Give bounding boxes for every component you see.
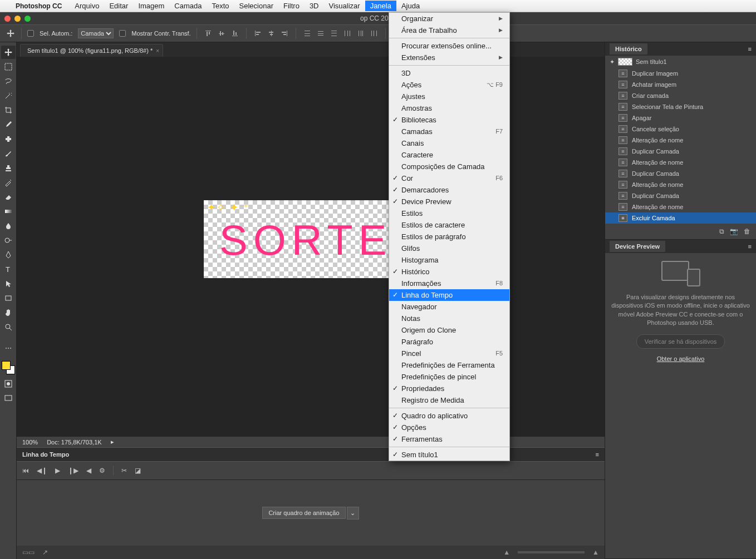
align-hcenter-icon[interactable] (266, 28, 277, 39)
menu-arquivo[interactable]: Arquivo (70, 1, 104, 11)
menu-janela[interactable]: Janela (365, 1, 396, 11)
create-animation-dropdown[interactable]: ⌄ (347, 507, 359, 520)
menu-filtro[interactable]: Filtro (278, 1, 305, 11)
history-state[interactable]: ≡Alteração de nome (605, 179, 756, 190)
menu-item[interactable]: Opções (389, 422, 509, 433)
dodge-tool[interactable] (1, 234, 16, 247)
menu-item[interactable]: CamadasF7 (389, 126, 509, 137)
menu-item[interactable]: Device Preview (389, 196, 509, 207)
first-frame-icon[interactable]: ⏮ (22, 467, 29, 474)
menu-item[interactable]: Composições de Camada (389, 161, 509, 172)
menu-item[interactable]: 3D (389, 67, 509, 79)
menu-item[interactable]: Registro de Medida (389, 394, 509, 406)
path-select-tool[interactable] (1, 277, 16, 290)
menu-texto[interactable]: Texto (207, 1, 234, 11)
screenmode-button[interactable] (1, 392, 16, 405)
menu-item[interactable]: Ações⌥ F9 (389, 79, 509, 91)
canvas-viewport[interactable]: ✦✧ ✦ ⁺ SORTEIO! (17, 57, 605, 436)
trash-icon[interactable]: 🗑 (744, 227, 750, 235)
menu-item[interactable]: Área de Trabalho (389, 24, 509, 36)
menu-item[interactable]: Canais (389, 137, 509, 149)
auto-select-dropdown[interactable]: Camada (78, 28, 114, 38)
distribute-vcenter-icon[interactable] (315, 28, 326, 39)
history-state[interactable]: ≡Alteração de nome (605, 201, 756, 212)
auto-select-checkbox[interactable] (27, 30, 34, 37)
color-swatches[interactable] (1, 360, 16, 376)
history-state[interactable]: ≡Apagar (605, 112, 756, 123)
distribute-top-icon[interactable] (302, 28, 313, 39)
magic-wand-tool[interactable] (1, 89, 16, 102)
transition-icon[interactable]: ◪ (135, 467, 141, 474)
menu-item[interactable]: Bibliotecas (389, 114, 509, 126)
menu-editar[interactable]: Editar (104, 1, 133, 11)
menu-item[interactable]: Procurar extensões online... (389, 40, 509, 52)
menu-ajuda[interactable]: Ajuda (396, 1, 425, 11)
check-devices-button[interactable]: Verificar se há dispositivos (636, 334, 725, 349)
history-state[interactable]: ≡Criar camada (605, 90, 756, 101)
align-top-icon[interactable] (203, 28, 214, 39)
align-right-icon[interactable] (279, 28, 290, 39)
menu-item[interactable]: Estilos de parágrafo (389, 231, 509, 243)
window-maximize-button[interactable] (24, 16, 31, 22)
history-state[interactable]: ≡Duplicar Camada (605, 190, 756, 201)
menu-item[interactable]: Demarcadores (389, 184, 509, 196)
document-tab[interactable]: Sem título1 @ 100% (figura11.png, RGB/8#… (20, 44, 163, 57)
camera-icon[interactable]: 📷 (730, 227, 738, 235)
canvas[interactable]: ✦✧ ✦ ⁺ SORTEIO! (204, 200, 392, 278)
menu-item[interactable]: Histograma (389, 254, 509, 266)
menu-visualizar[interactable]: Visualizar (324, 1, 365, 11)
zoom-in-icon[interactable]: ▲ (592, 548, 599, 556)
pen-tool[interactable] (1, 248, 16, 261)
history-state[interactable]: ≡Duplicar Camada (605, 146, 756, 157)
show-transform-checkbox[interactable] (119, 30, 126, 37)
panel-menu-icon[interactable]: ≡ (748, 243, 752, 250)
menu-item[interactable]: PincelF5 (389, 348, 509, 359)
scissors-icon[interactable]: ✂ (121, 467, 127, 474)
window-minimize-button[interactable] (14, 16, 21, 22)
history-state[interactable]: ≡Alteração de nome (605, 135, 756, 146)
zoom-out-icon[interactable]: ▲ (503, 548, 510, 556)
zoom-tool[interactable] (1, 320, 16, 334)
menu-camada[interactable]: Camada (169, 1, 207, 11)
prev-frame-icon[interactable]: ◀❙ (37, 467, 47, 474)
next-frame-icon[interactable]: ❙▶ (68, 467, 78, 474)
menu-item[interactable]: Origem do Clone (389, 324, 509, 336)
history-state[interactable]: ≡Cancelar seleção (605, 123, 756, 135)
menu-item[interactable]: Parágrafo (389, 336, 509, 348)
menu-item[interactable]: Predefinições de pincel (389, 371, 509, 383)
menu-item[interactable]: Ferramentas (389, 433, 509, 445)
edit-toolbar-button[interactable]: ⋯ (1, 342, 16, 355)
play-icon[interactable]: ▶ (55, 467, 60, 474)
menu-item[interactable]: Glifos (389, 243, 509, 254)
quickmask-button[interactable] (1, 377, 16, 390)
lasso-tool[interactable] (1, 75, 16, 88)
distribute-hcenter-icon[interactable] (355, 28, 366, 39)
menu-item[interactable]: Extensões (389, 52, 509, 63)
window-close-button[interactable] (4, 16, 11, 22)
last-frame-icon[interactable]: ◀ (86, 467, 91, 474)
menu-item[interactable]: Histórico (389, 266, 509, 278)
history-panel-title[interactable]: Histórico (610, 43, 647, 55)
history-state[interactable]: ≡Alteração de nome (605, 157, 756, 168)
hand-tool[interactable] (1, 306, 16, 319)
shape-tool[interactable] (1, 291, 16, 305)
align-bottom-icon[interactable] (229, 28, 240, 39)
type-tool[interactable]: T (1, 263, 16, 276)
get-app-link[interactable]: Obter o aplicativo (657, 355, 705, 362)
brush-tool[interactable] (1, 147, 16, 160)
panel-menu-icon[interactable]: ≡ (596, 451, 599, 458)
history-state[interactable]: ≡Selecionar Tela de Pintura (605, 101, 756, 112)
marquee-tool[interactable] (1, 60, 16, 73)
zoom-level[interactable]: 100% (22, 439, 38, 446)
device-preview-title[interactable]: Device Preview (610, 241, 665, 252)
app-name[interactable]: Photoshop CC (12, 1, 65, 11)
eyedropper-tool[interactable] (1, 118, 16, 131)
menu-selecionar[interactable]: Selecionar (234, 1, 278, 11)
align-vcenter-icon[interactable] (216, 28, 227, 39)
menu-imagem[interactable]: Imagem (133, 1, 169, 11)
menu-item[interactable]: Propriedades (389, 383, 509, 394)
create-animation-button[interactable]: Criar quadro de animação (262, 507, 345, 519)
history-state[interactable]: ≡Duplicar Camada (605, 168, 756, 179)
menu-item[interactable]: Sem título1 (389, 449, 509, 461)
menu-item[interactable]: Estilos (389, 207, 509, 219)
